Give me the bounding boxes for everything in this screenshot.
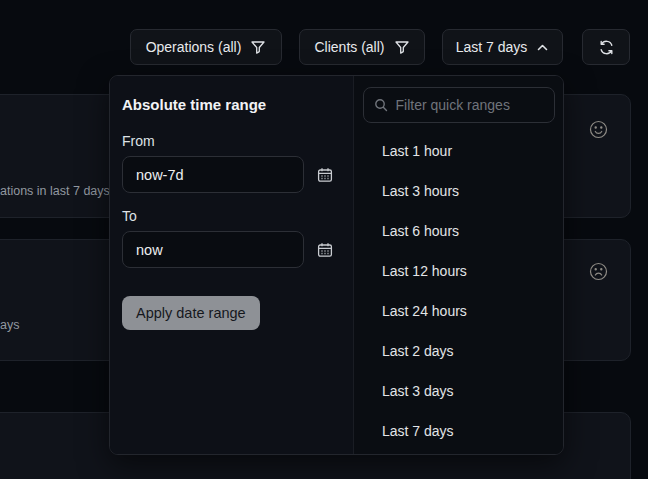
to-calendar-button[interactable] [317, 242, 333, 258]
operations-filter-label: Operations (all) [146, 39, 242, 55]
sad-face-icon [589, 262, 608, 281]
quick-ranges-section: Last 1 hour Last 3 hours Last 6 hours La… [353, 76, 563, 454]
search-icon [374, 98, 388, 112]
quick-range-option-last-3-hours[interactable]: Last 3 hours [362, 171, 555, 211]
quick-range-option-last-1-hour[interactable]: Last 1 hour [362, 131, 555, 171]
quick-range-option-last-12-hours[interactable]: Last 12 hours [362, 251, 555, 291]
refresh-icon [598, 39, 615, 56]
from-label: From [122, 133, 341, 149]
quick-range-option-last-6-hours[interactable]: Last 6 hours [362, 211, 555, 251]
chevron-up-icon [536, 41, 549, 54]
quick-range-list: Last 1 hour Last 3 hours Last 6 hours La… [362, 131, 555, 451]
quick-range-filter-input[interactable] [396, 97, 565, 113]
to-input[interactable] [122, 231, 304, 268]
quick-range-option-last-7-days[interactable]: Last 7 days [362, 411, 555, 451]
quick-range-search[interactable] [363, 87, 555, 123]
app-screen: ations in last 7 days ays Operations (al… [0, 0, 648, 479]
time-range-label: Last 7 days [456, 39, 528, 55]
quick-range-option-last-3-days[interactable]: Last 3 days [362, 371, 555, 411]
to-label: To [122, 208, 341, 224]
from-input[interactable] [122, 156, 304, 193]
clients-filter-button[interactable]: Clients (all) [299, 29, 425, 65]
time-picker-dropdown: Absolute time range From To [109, 75, 564, 455]
quick-range-option-last-24-hours[interactable]: Last 24 hours [362, 291, 555, 331]
quick-range-option-last-2-days[interactable]: Last 2 days [362, 331, 555, 371]
absolute-time-range-section: Absolute time range From To [110, 76, 353, 454]
calendar-icon [317, 242, 333, 258]
clients-filter-label: Clients (all) [314, 39, 384, 55]
absolute-range-title: Absolute time range [122, 96, 341, 113]
apply-date-range-button[interactable]: Apply date range [122, 296, 260, 330]
card-caption-operations: ations in last 7 days [0, 184, 110, 198]
filter-funnel-icon [394, 39, 410, 55]
filter-funnel-icon [250, 39, 266, 55]
time-range-button[interactable]: Last 7 days [442, 29, 563, 65]
happy-face-icon [589, 120, 608, 139]
refresh-button[interactable] [582, 29, 630, 65]
calendar-icon [317, 167, 333, 183]
operations-filter-button[interactable]: Operations (all) [130, 29, 282, 65]
card-caption-second: ays [0, 318, 19, 332]
from-calendar-button[interactable] [317, 167, 333, 183]
